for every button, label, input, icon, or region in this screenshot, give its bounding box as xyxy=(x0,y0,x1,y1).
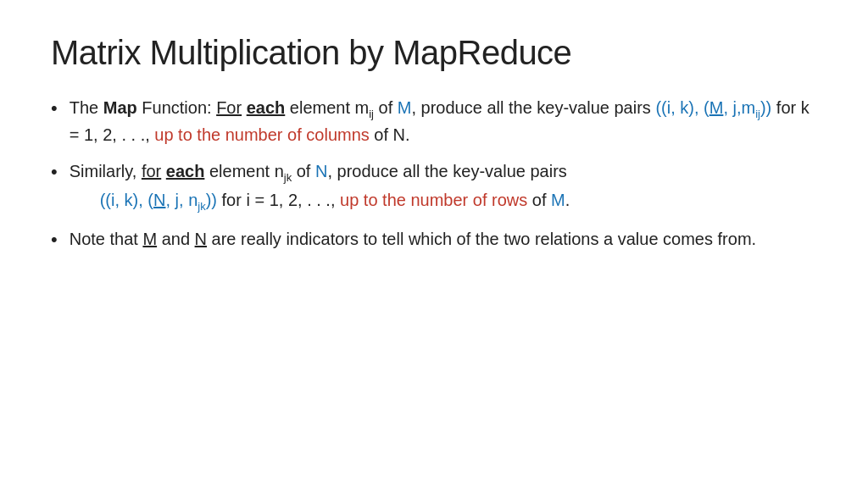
pair-blue-1: ((i, k), (M, j,mij)) xyxy=(655,98,771,117)
bullet-item-3: • Note that M and N are really indicator… xyxy=(51,227,817,252)
M-blue-2: M xyxy=(551,191,565,209)
bullet-dot-3: • xyxy=(51,229,58,251)
bullet-item-1: • The Map Function: For each element mij… xyxy=(51,96,817,147)
for-underline-2: for xyxy=(142,162,161,180)
M-blue-1: M xyxy=(398,98,412,117)
up-to-columns-red: up to the number of columns xyxy=(154,125,369,144)
bullet-item-2: • Similarly, for each element njk of N, … xyxy=(51,159,817,215)
each-underline-bold: each xyxy=(247,98,286,117)
bullet1-line1: The Map Function: For each element mij o… xyxy=(70,98,810,144)
bullet-text-1: The Map Function: For each element mij o… xyxy=(70,96,817,147)
M-underline-note: M xyxy=(142,230,157,248)
N-blue-1: N xyxy=(315,162,327,180)
bullet-dot-2: • xyxy=(51,161,58,183)
slide-title: Matrix Multiplication by MapReduce xyxy=(51,34,817,72)
N-underline-note: N xyxy=(195,230,207,248)
up-to-rows-red: up to the number of rows xyxy=(340,191,527,209)
bullet-text-2: Similarly, for each element njk of N, pr… xyxy=(70,159,570,215)
bullet-dot-1: • xyxy=(51,97,58,119)
map-bold: Map xyxy=(103,98,137,117)
N-underline-1: N xyxy=(153,191,165,209)
pair-blue-2: ((i, k), (N, j, njk)) xyxy=(100,191,217,209)
bullet2-line2: ((i, k), (N, j, njk)) for i = 1, 2, . . … xyxy=(100,188,570,215)
slide: Matrix Multiplication by MapReduce • The… xyxy=(0,0,868,488)
for-underline: For xyxy=(216,98,242,117)
content-area: • The Map Function: For each element mij… xyxy=(51,96,817,263)
each-underline-bold-2: each xyxy=(166,162,205,180)
bullet-text-3: Note that M and N are really indicators … xyxy=(70,227,756,252)
M-underline-1: M xyxy=(709,98,724,117)
bullet3-line1: Note that M and N are really indicators … xyxy=(70,230,756,248)
bullet2-line1: Similarly, for each element njk of N, pr… xyxy=(70,159,570,186)
